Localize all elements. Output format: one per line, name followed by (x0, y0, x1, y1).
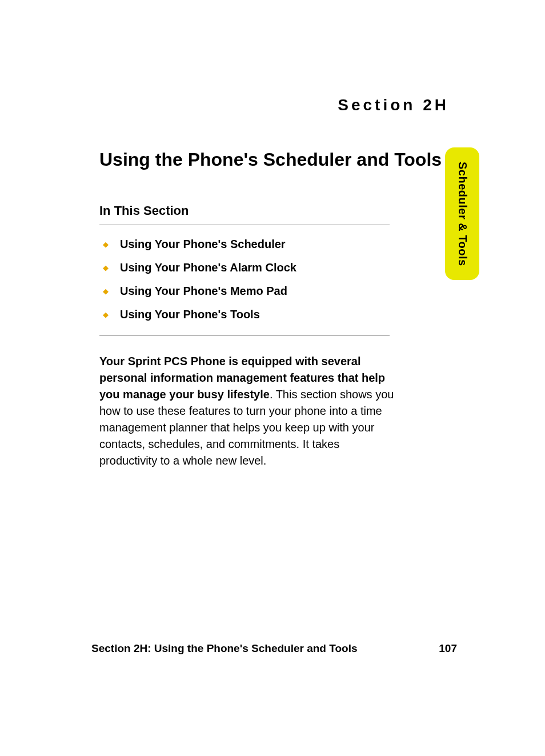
toc-item-label: Using Your Phone's Alarm Clock (120, 261, 296, 274)
toc-list: ◆ Using Your Phone's Scheduler ◆ Using Y… (103, 238, 296, 331)
page-number: 107 (439, 642, 457, 655)
bullet-icon: ◆ (103, 263, 109, 273)
bullet-icon: ◆ (103, 287, 109, 296)
bullet-icon: ◆ (103, 310, 109, 319)
divider (99, 335, 390, 336)
section-tab-label: Scheduler & Tools (456, 162, 469, 266)
toc-item: ◆ Using Your Phone's Alarm Clock (103, 261, 296, 274)
toc-item-label: Using Your Phone's Memo Pad (120, 285, 287, 298)
toc-item: ◆ Using Your Phone's Memo Pad (103, 285, 296, 298)
footer-title: Section 2H: Using the Phone's Scheduler … (91, 642, 358, 655)
bullet-icon: ◆ (103, 240, 109, 249)
body-paragraph: Your Sprint PCS Phone is equipped with s… (99, 353, 396, 469)
section-tab: Scheduler & Tools (445, 147, 479, 280)
section-header: Section 2H (338, 96, 449, 114)
page-footer: Section 2H: Using the Phone's Scheduler … (91, 642, 457, 655)
subsection-title: In This Section (99, 203, 189, 218)
toc-item: ◆ Using Your Phone's Scheduler (103, 238, 296, 251)
toc-item-label: Using Your Phone's Scheduler (120, 238, 286, 251)
divider (99, 225, 390, 225)
toc-item-label: Using Your Phone's Tools (120, 308, 260, 321)
page-title: Using the Phone's Scheduler and Tools (99, 149, 442, 170)
toc-item: ◆ Using Your Phone's Tools (103, 308, 296, 321)
